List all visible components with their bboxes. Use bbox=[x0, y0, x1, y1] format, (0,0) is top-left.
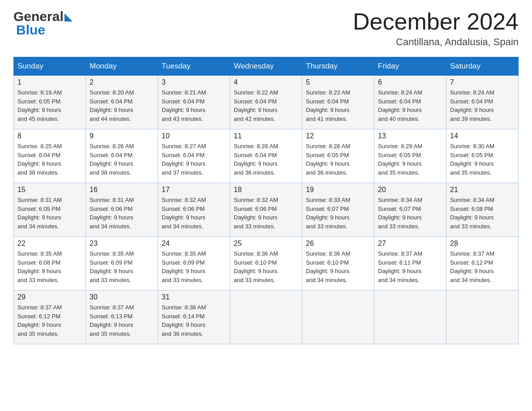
calendar-cell: 6 Sunrise: 8:24 AM Sunset: 6:04 PM Dayli… bbox=[374, 76, 446, 129]
day-number: 31 bbox=[162, 293, 226, 301]
day-number: 1 bbox=[17, 78, 82, 86]
day-info: Sunrise: 8:37 AM Sunset: 6:13 PM Dayligh… bbox=[90, 303, 154, 338]
page-header: General Blue December 2024 Cantillana, A… bbox=[13, 9, 519, 48]
calendar-cell bbox=[374, 291, 446, 344]
calendar-cell: 26 Sunrise: 8:36 AM Sunset: 6:10 PM Dayl… bbox=[302, 237, 374, 291]
day-info: Sunrise: 8:35 AM Sunset: 6:09 PM Dayligh… bbox=[90, 249, 154, 284]
day-number: 28 bbox=[450, 240, 515, 248]
calendar-cell: 8 Sunrise: 8:25 AM Sunset: 6:04 PM Dayli… bbox=[14, 129, 86, 183]
calendar-cell: 24 Sunrise: 8:35 AM Sunset: 6:09 PM Dayl… bbox=[158, 237, 230, 291]
day-info: Sunrise: 8:35 AM Sunset: 6:08 PM Dayligh… bbox=[17, 249, 82, 284]
calendar-cell: 31 Sunrise: 8:38 AM Sunset: 6:14 PM Dayl… bbox=[158, 291, 230, 344]
day-number: 2 bbox=[90, 78, 154, 86]
day-number: 8 bbox=[17, 132, 82, 140]
calendar-cell: 9 Sunrise: 8:26 AM Sunset: 6:04 PM Dayli… bbox=[86, 129, 158, 183]
calendar-cell bbox=[230, 291, 302, 344]
day-info: Sunrise: 8:24 AM Sunset: 6:04 PM Dayligh… bbox=[450, 88, 515, 123]
calendar-cell: 3 Sunrise: 8:21 AM Sunset: 6:04 PM Dayli… bbox=[158, 76, 230, 129]
location-text: Cantillana, Andalusia, Spain bbox=[353, 36, 519, 48]
calendar-cell: 7 Sunrise: 8:24 AM Sunset: 6:04 PM Dayli… bbox=[446, 76, 519, 129]
calendar-cell: 10 Sunrise: 8:27 AM Sunset: 6:04 PM Dayl… bbox=[158, 129, 230, 183]
day-number: 20 bbox=[378, 186, 442, 194]
calendar-cell: 30 Sunrise: 8:37 AM Sunset: 6:13 PM Dayl… bbox=[86, 291, 158, 344]
calendar-cell: 14 Sunrise: 8:30 AM Sunset: 6:05 PM Dayl… bbox=[446, 129, 519, 183]
day-info: Sunrise: 8:32 AM Sunset: 6:06 PM Dayligh… bbox=[162, 196, 226, 231]
day-info: Sunrise: 8:29 AM Sunset: 6:05 PM Dayligh… bbox=[378, 142, 442, 177]
calendar-cell: 25 Sunrise: 8:36 AM Sunset: 6:10 PM Dayl… bbox=[230, 237, 302, 291]
day-info: Sunrise: 8:31 AM Sunset: 6:06 PM Dayligh… bbox=[90, 196, 154, 231]
calendar-cell: 2 Sunrise: 8:20 AM Sunset: 6:04 PM Dayli… bbox=[86, 76, 158, 129]
calendar-cell bbox=[302, 291, 374, 344]
calendar-cell: 27 Sunrise: 8:37 AM Sunset: 6:11 PM Dayl… bbox=[374, 237, 446, 291]
day-number: 6 bbox=[378, 78, 442, 86]
day-number: 11 bbox=[234, 132, 298, 140]
logo-arrow-icon bbox=[64, 13, 73, 21]
col-header-wednesday: Wednesday bbox=[230, 57, 302, 76]
day-info: Sunrise: 8:35 AM Sunset: 6:09 PM Dayligh… bbox=[162, 249, 226, 284]
day-info: Sunrise: 8:34 AM Sunset: 6:07 PM Dayligh… bbox=[378, 196, 442, 231]
month-title: December 2024 bbox=[353, 9, 519, 34]
day-info: Sunrise: 8:36 AM Sunset: 6:10 PM Dayligh… bbox=[306, 249, 370, 284]
day-number: 27 bbox=[378, 240, 442, 248]
day-number: 4 bbox=[234, 78, 298, 86]
calendar-cell: 11 Sunrise: 8:28 AM Sunset: 6:04 PM Dayl… bbox=[230, 129, 302, 183]
calendar-cell: 20 Sunrise: 8:34 AM Sunset: 6:07 PM Dayl… bbox=[374, 183, 446, 237]
day-info: Sunrise: 8:21 AM Sunset: 6:04 PM Dayligh… bbox=[162, 88, 226, 123]
logo-blue-text: Blue bbox=[16, 22, 45, 38]
calendar-week-row: 22 Sunrise: 8:35 AM Sunset: 6:08 PM Dayl… bbox=[14, 237, 519, 291]
day-number: 10 bbox=[162, 132, 226, 140]
calendar-table: SundayMondayTuesdayWednesdayThursdayFrid… bbox=[13, 57, 519, 344]
col-header-thursday: Thursday bbox=[302, 57, 374, 76]
col-header-tuesday: Tuesday bbox=[158, 57, 230, 76]
calendar-cell: 13 Sunrise: 8:29 AM Sunset: 6:05 PM Dayl… bbox=[374, 129, 446, 183]
day-info: Sunrise: 8:36 AM Sunset: 6:10 PM Dayligh… bbox=[234, 249, 298, 284]
calendar-cell: 17 Sunrise: 8:32 AM Sunset: 6:06 PM Dayl… bbox=[158, 183, 230, 237]
calendar-cell: 21 Sunrise: 8:34 AM Sunset: 6:08 PM Dayl… bbox=[446, 183, 519, 237]
day-number: 29 bbox=[17, 293, 82, 301]
day-info: Sunrise: 8:20 AM Sunset: 6:04 PM Dayligh… bbox=[90, 88, 154, 123]
col-header-sunday: Sunday bbox=[14, 57, 86, 76]
day-info: Sunrise: 8:28 AM Sunset: 6:05 PM Dayligh… bbox=[306, 142, 370, 177]
calendar-cell: 12 Sunrise: 8:28 AM Sunset: 6:05 PM Dayl… bbox=[302, 129, 374, 183]
calendar-week-row: 29 Sunrise: 8:37 AM Sunset: 6:12 PM Dayl… bbox=[14, 291, 519, 344]
day-info: Sunrise: 8:27 AM Sunset: 6:04 PM Dayligh… bbox=[162, 142, 226, 177]
day-info: Sunrise: 8:38 AM Sunset: 6:14 PM Dayligh… bbox=[162, 303, 226, 338]
calendar-week-row: 1 Sunrise: 8:19 AM Sunset: 6:05 PM Dayli… bbox=[14, 76, 519, 129]
day-info: Sunrise: 8:37 AM Sunset: 6:11 PM Dayligh… bbox=[378, 249, 442, 284]
day-info: Sunrise: 8:37 AM Sunset: 6:12 PM Dayligh… bbox=[17, 303, 82, 338]
day-number: 5 bbox=[306, 78, 370, 86]
day-info: Sunrise: 8:24 AM Sunset: 6:04 PM Dayligh… bbox=[378, 88, 442, 123]
day-info: Sunrise: 8:33 AM Sunset: 6:07 PM Dayligh… bbox=[306, 196, 370, 231]
calendar-cell: 15 Sunrise: 8:31 AM Sunset: 6:05 PM Dayl… bbox=[14, 183, 86, 237]
day-info: Sunrise: 8:25 AM Sunset: 6:04 PM Dayligh… bbox=[17, 142, 82, 177]
day-number: 9 bbox=[90, 132, 154, 140]
calendar-header-row: SundayMondayTuesdayWednesdayThursdayFrid… bbox=[14, 57, 519, 76]
day-info: Sunrise: 8:31 AM Sunset: 6:05 PM Dayligh… bbox=[17, 196, 82, 231]
day-number: 22 bbox=[17, 240, 82, 248]
calendar-cell: 19 Sunrise: 8:33 AM Sunset: 6:07 PM Dayl… bbox=[302, 183, 374, 237]
day-number: 15 bbox=[17, 186, 82, 194]
calendar-cell: 22 Sunrise: 8:35 AM Sunset: 6:08 PM Dayl… bbox=[14, 237, 86, 291]
col-header-friday: Friday bbox=[374, 57, 446, 76]
col-header-monday: Monday bbox=[86, 57, 158, 76]
day-info: Sunrise: 8:28 AM Sunset: 6:04 PM Dayligh… bbox=[234, 142, 298, 177]
day-number: 14 bbox=[450, 132, 515, 140]
day-number: 17 bbox=[162, 186, 226, 194]
day-number: 16 bbox=[90, 186, 154, 194]
logo: General Blue bbox=[13, 9, 73, 38]
col-header-saturday: Saturday bbox=[446, 57, 519, 76]
day-info: Sunrise: 8:30 AM Sunset: 6:05 PM Dayligh… bbox=[450, 142, 515, 177]
day-info: Sunrise: 8:34 AM Sunset: 6:08 PM Dayligh… bbox=[450, 196, 515, 231]
calendar-cell: 18 Sunrise: 8:32 AM Sunset: 6:06 PM Dayl… bbox=[230, 183, 302, 237]
calendar-cell: 29 Sunrise: 8:37 AM Sunset: 6:12 PM Dayl… bbox=[14, 291, 86, 344]
day-number: 12 bbox=[306, 132, 370, 140]
calendar-cell: 28 Sunrise: 8:37 AM Sunset: 6:12 PM Dayl… bbox=[446, 237, 519, 291]
day-number: 18 bbox=[234, 186, 298, 194]
day-info: Sunrise: 8:23 AM Sunset: 6:04 PM Dayligh… bbox=[306, 88, 370, 123]
logo-general-text: General bbox=[13, 9, 64, 24]
day-number: 30 bbox=[90, 293, 154, 301]
title-section: December 2024 Cantillana, Andalusia, Spa… bbox=[353, 9, 519, 48]
day-number: 26 bbox=[306, 240, 370, 248]
calendar-week-row: 15 Sunrise: 8:31 AM Sunset: 6:05 PM Dayl… bbox=[14, 183, 519, 237]
day-number: 7 bbox=[450, 78, 515, 86]
